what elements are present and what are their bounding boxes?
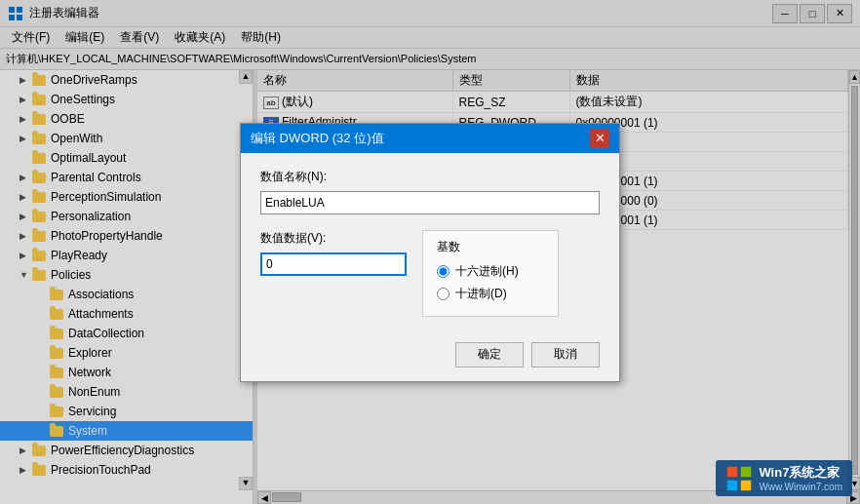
dialog-title-bar: 编辑 DWORD (32 位)值 ✕ xyxy=(241,124,619,153)
svg-rect-6 xyxy=(727,480,738,490)
dialog-title-text: 编辑 DWORD (32 位)值 xyxy=(251,130,384,147)
watermark-line2: Www.Winwin7.com xyxy=(759,482,842,492)
svg-rect-7 xyxy=(741,480,752,490)
dec-radio-input[interactable] xyxy=(437,288,450,300)
dec-radio-label: 十进制(D) xyxy=(455,286,507,302)
dialog-confirm-button[interactable]: 确定 xyxy=(455,342,524,368)
hex-radio-label: 十六进制(H) xyxy=(455,263,519,280)
dialog-cancel-button[interactable]: 取消 xyxy=(531,342,600,368)
dialog-name-input[interactable] xyxy=(260,191,600,214)
dialog-overlay: 编辑 DWORD (32 位)值 ✕ 数值名称(N): 数值数据(V): 基数 … xyxy=(0,0,860,504)
dialog-radix-group: 基数 十六进制(H) 十进制(D) xyxy=(422,230,559,317)
dialog-data-input[interactable] xyxy=(260,252,407,276)
dialog-body: 数值名称(N): 数值数据(V): 基数 十六进制(H) 十进制(D) xyxy=(241,153,619,332)
dialog-hex-radio[interactable]: 十六进制(H) xyxy=(437,263,544,280)
watermark: Win7系统之家 Www.Winwin7.com xyxy=(716,460,852,496)
dialog-dec-radio[interactable]: 十进制(D) xyxy=(437,286,544,302)
svg-rect-4 xyxy=(727,466,738,477)
svg-rect-5 xyxy=(741,466,752,477)
dialog-close-button[interactable]: ✕ xyxy=(590,129,609,148)
edit-dword-dialog: 编辑 DWORD (32 位)值 ✕ 数值名称(N): 数值数据(V): 基数 … xyxy=(240,123,620,382)
dialog-data-label: 数值数据(V): xyxy=(260,230,407,247)
dialog-name-label: 数值名称(N): xyxy=(260,169,600,185)
dialog-data-section: 数值数据(V): xyxy=(260,230,407,276)
dialog-data-row: 数值数据(V): 基数 十六进制(H) 十进制(D) xyxy=(260,230,600,317)
dialog-radix-title: 基数 xyxy=(437,239,544,255)
watermark-line1: Win7系统之家 xyxy=(759,464,842,482)
dialog-footer: 确定 取消 xyxy=(241,332,619,381)
hex-radio-input[interactable] xyxy=(437,265,450,278)
watermark-logo-icon xyxy=(725,465,753,492)
